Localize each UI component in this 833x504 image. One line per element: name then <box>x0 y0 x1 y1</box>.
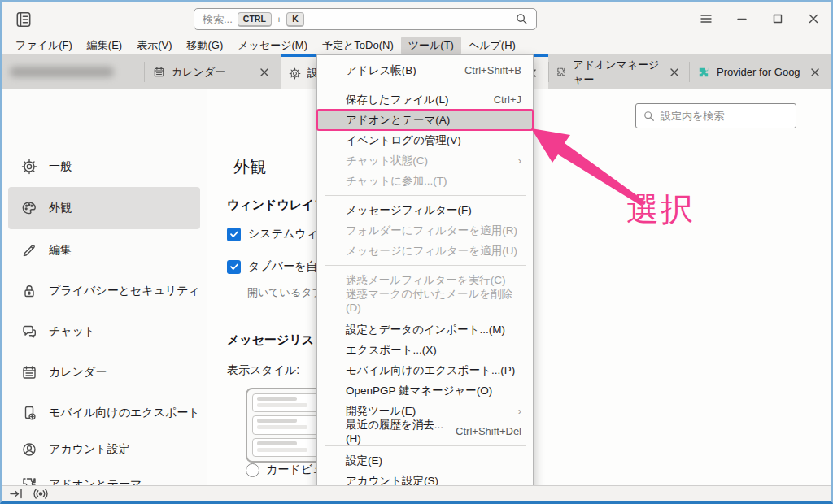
menuitem-label: 設定とデータのインポート...(M) <box>346 323 505 337</box>
menuitem-label: 設定(E) <box>346 454 382 468</box>
sidebar-item-appearance[interactable]: 外観 <box>8 187 200 229</box>
thunderbird-window: 検索... CTRL + K <box>0 0 833 504</box>
menuitem-run-filters-on-message[interactable]: メッセージにフィルターを適用(U) <box>317 241 533 261</box>
menuitem-delete-junk-mail[interactable]: 迷惑マークの付いたメールを削除(D) <box>317 290 533 311</box>
search-icon <box>643 111 655 122</box>
menuitem-activity-manager[interactable]: イベントログの管理(V) <box>317 130 533 150</box>
menuitem-run-filters-on-folder[interactable]: フォルダーにフィルターを適用(R) <box>317 220 533 241</box>
tab-label: カレンダー <box>172 65 225 80</box>
menuitem-settings[interactable]: 設定(E) <box>317 450 533 471</box>
palette-icon <box>21 200 37 216</box>
sidebar-item-label: アカウント設定 <box>49 442 130 457</box>
menu-go[interactable]: 移動(G) <box>180 37 231 54</box>
menuitem-saved-files[interactable]: 保存したファイル(L) Ctrl+J <box>317 89 533 110</box>
check-icon <box>229 262 239 272</box>
menu-view[interactable]: 表示(V) <box>129 37 179 54</box>
lock-icon <box>21 283 37 299</box>
titlebar: 検索... CTRL + K <box>2 2 831 36</box>
menu-help[interactable]: ヘルプ(H) <box>461 37 523 54</box>
menuitem-clear-recent-history[interactable]: 最近の履歴を消去...(H) Ctrl+Shift+Del <box>317 421 533 441</box>
menuitem-openpgp-key-manager[interactable]: OpenPGP 鍵マネージャー(O) <box>317 380 533 401</box>
submenu-chevron-icon: › <box>518 154 521 167</box>
menuitem-label: アドレス帳(B) <box>346 63 416 78</box>
window-controls <box>688 2 831 36</box>
menu-separator <box>325 445 526 446</box>
menu-events-todo[interactable]: 予定とToDo(N) <box>315 37 401 54</box>
app-menu-button[interactable] <box>688 2 724 36</box>
sidebar-item-privacy-security[interactable]: プライバシーとセキュリティ <box>8 276 200 306</box>
sidebar-item-label: チャット <box>49 324 95 339</box>
tab-addon-manager[interactable]: アドオンマネージャー <box>548 54 689 89</box>
search-icon <box>516 13 528 25</box>
tab-close-button[interactable] <box>807 64 823 80</box>
spaces-button[interactable] <box>13 9 34 30</box>
tab-label: Provider for Goog <box>717 66 800 78</box>
gear-icon <box>289 67 301 80</box>
menuitem-join-chat[interactable]: チャットに参加...(T) <box>317 171 533 191</box>
chat-icon <box>21 324 37 340</box>
menuitem-address-book[interactable]: アドレス帳(B) Ctrl+Shift+B <box>317 60 533 80</box>
close-icon <box>808 13 819 24</box>
section-message-list: メッセージリスト <box>227 332 326 348</box>
tab-account-redacted[interactable] <box>2 54 145 89</box>
tab-close-button[interactable] <box>668 64 681 80</box>
menuitem-shortcut: Ctrl+Shift+B <box>464 64 521 76</box>
menuitem-addons-themes[interactable]: アドオンとテーマ(A) <box>317 110 533 130</box>
k-keycap: K <box>286 12 304 27</box>
menubar: ファイル(F) 編集(E) 表示(V) 移動(G) メッセージ(M) 予定とTo… <box>2 36 831 54</box>
menu-message[interactable]: メッセージ(M) <box>230 37 315 54</box>
broadcast-icon[interactable] <box>33 489 49 499</box>
global-search-input[interactable]: 検索... CTRL + K <box>194 8 537 30</box>
menuitem-label: メッセージフィルター(F) <box>346 203 472 218</box>
preview-card <box>252 438 319 457</box>
menuitem-label: OpenPGP 鍵マネージャー(O) <box>346 384 492 398</box>
sidebar-item-label: 編集 <box>49 243 72 258</box>
sidebar-item-general[interactable]: 一般 <box>8 152 200 181</box>
sidebar-item-label: モバイル向けのエクスポート <box>49 406 200 420</box>
close-window-button[interactable] <box>796 2 831 36</box>
menuitem-chat-status[interactable]: チャット状態(C) › <box>317 150 533 171</box>
expand-pane-icon[interactable] <box>10 489 24 499</box>
menuitem-label: チャット状態(C) <box>346 154 428 168</box>
menuitem-label: エクスポート...(X) <box>346 343 437 358</box>
menuitem-label: 保存したファイル(L) <box>346 93 448 107</box>
sidebar-item-account-settings[interactable]: アカウント設定 <box>8 435 200 464</box>
radio-button-unselected[interactable] <box>246 463 259 477</box>
menuitem-label: フォルダーにフィルターを適用(R) <box>346 224 517 238</box>
ctrl-keycap: CTRL <box>238 12 272 27</box>
sidebar-item-calendar[interactable]: カレンダー <box>8 358 200 387</box>
sidebar-item-chat[interactable]: チャット <box>8 317 200 346</box>
menuitem-label: イベントログの管理(V) <box>346 133 461 148</box>
menuitem-import-settings-data[interactable]: 設定とデータのインポート...(M) <box>317 319 533 340</box>
preview-card <box>252 393 319 412</box>
menuitem-export-for-mobile[interactable]: モバイル向けのエクスポート...(P) <box>317 360 533 380</box>
menuitem-export[interactable]: エクスポート...(X) <box>317 340 533 360</box>
tab-close-button[interactable] <box>256 64 273 80</box>
menuitem-label: アドオンとテーマ(A) <box>346 113 450 128</box>
close-icon <box>810 67 820 77</box>
gear-icon <box>21 159 37 175</box>
display-style-label: 表示スタイル: <box>227 363 299 378</box>
menuitem-message-filters[interactable]: メッセージフィルター(F) <box>317 200 533 220</box>
menuitem-label: 迷惑マークの付いたメールを削除(D) <box>346 287 521 314</box>
sidebar-item-composition[interactable]: 編集 <box>8 236 200 265</box>
maximize-button[interactable] <box>760 2 796 36</box>
checkbox-checked[interactable] <box>227 260 241 274</box>
maximize-icon <box>772 13 783 24</box>
preview-card <box>252 415 319 434</box>
minimize-button[interactable] <box>724 2 760 36</box>
hamburger-menu-icon <box>700 13 713 24</box>
menuitem-label: 迷惑メールフィルターを実行(C) <box>346 273 505 288</box>
sidebar-item-mobile-export[interactable]: モバイル向けのエクスポート <box>8 398 200 428</box>
menu-file[interactable]: ファイル(F) <box>8 37 80 54</box>
settings-search-input[interactable]: 設定内を検索 <box>635 103 796 128</box>
menuitem-label: チャットに参加...(T) <box>346 174 447 189</box>
tab-calendar[interactable]: カレンダー <box>145 54 281 89</box>
tab-provider-google[interactable]: Provider for Goog <box>689 54 831 89</box>
menu-edit[interactable]: 編集(E) <box>80 37 129 54</box>
menu-separator <box>325 265 526 266</box>
checkbox-checked[interactable] <box>227 228 241 241</box>
menu-tools[interactable]: ツール(T) <box>401 37 461 54</box>
calendar-icon <box>21 364 37 380</box>
mobile-export-icon <box>21 405 37 421</box>
